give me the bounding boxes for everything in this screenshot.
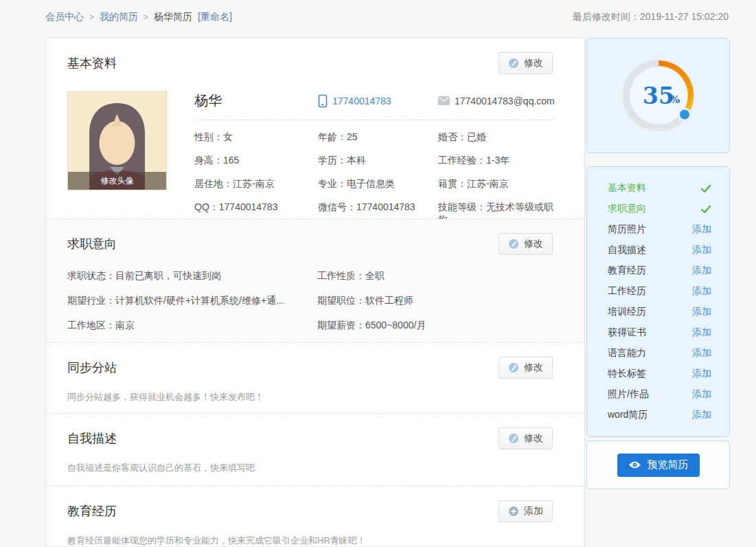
edit-icon bbox=[508, 362, 519, 373]
checklist-item-certificates: 获得证书 添加 bbox=[608, 322, 711, 343]
checklist-label: word简历 bbox=[608, 409, 648, 421]
self-description-hint: 自我描述是你客观认识自己的基石，快来填写吧 bbox=[46, 462, 584, 474]
last-modified-time: 最后修改时间：2019-11-27 15:02:20 bbox=[573, 11, 729, 23]
breadcrumb-current-resume: 杨华简历 bbox=[154, 11, 192, 23]
section-self-description: 自我描述 修改 自我描述是你客观认识自己的基石，快来填写吧 bbox=[46, 413, 584, 486]
checklist-label: 教育经历 bbox=[608, 265, 646, 277]
job-intent-title: 求职意向 bbox=[67, 236, 117, 252]
preview-button-label: 预览简历 bbox=[648, 458, 689, 471]
field-age: 年龄：25 bbox=[318, 131, 438, 144]
edit-basic-info-button[interactable]: 修改 bbox=[499, 52, 553, 74]
edit-button-label: 修改 bbox=[524, 432, 543, 445]
completeness-panel: 35 % bbox=[586, 38, 730, 153]
checklist-item-training: 培训经历 添加 bbox=[608, 302, 711, 322]
check-icon bbox=[700, 205, 711, 214]
checklist-label: 特长标签 bbox=[608, 368, 646, 380]
field-experience: 工作经验：1-3年 bbox=[438, 155, 555, 167]
edit-self-description-button[interactable]: 修改 bbox=[499, 427, 553, 449]
field-major: 专业：电子信息类 bbox=[318, 178, 438, 190]
breadcrumb-separator: > bbox=[144, 12, 148, 22]
add-specialty-tags-link[interactable]: 添加 bbox=[692, 368, 711, 380]
checklist-item-resume-photo: 简历照片 添加 bbox=[608, 219, 711, 240]
resume-profile-page: 会员中心 > 我的简历 > 杨华简历 [重命名] 最后修改时间：2019-11-… bbox=[0, 0, 756, 547]
add-self-description-link[interactable]: 添加 bbox=[692, 244, 711, 256]
resume-card: 基本资料 修改 bbox=[45, 38, 585, 547]
checklist-item-specialty-tags: 特长标签 添加 bbox=[608, 364, 711, 384]
add-work-experience-link[interactable]: 添加 bbox=[692, 285, 711, 298]
field-residence: 居住地：江苏-南京 bbox=[194, 178, 318, 190]
checklist-label: 语言能力 bbox=[608, 347, 646, 359]
field-expected-industry: 期望行业：计算机软件/硬件+计算机系统/维修+通... bbox=[67, 295, 317, 307]
resume-checklist-panel: 基本资料 求职意向 简历照片 添加 自我描述 添加 教育经历 添加 工作经历 添… bbox=[586, 166, 730, 437]
education-title: 教育经历 bbox=[67, 503, 117, 520]
checklist-item-self-description: 自我描述 添加 bbox=[608, 240, 711, 260]
field-expected-salary: 期望薪资：6500~8000/月 bbox=[317, 320, 563, 332]
basic-info-details: 杨华 17740014783 17740014783@qq.com bbox=[194, 91, 555, 226]
checklist-label: 自我描述 bbox=[608, 244, 646, 256]
edit-button-label: 修改 bbox=[524, 57, 543, 69]
checklist-item-languages: 语言能力 添加 bbox=[608, 343, 711, 364]
field-hometown: 籍贯：江苏-南京 bbox=[438, 178, 555, 190]
checklist-label: 工作经历 bbox=[608, 285, 646, 298]
field-expected-position: 期望职位：软件工程师 bbox=[317, 295, 563, 307]
preview-panel: 预览简历 bbox=[586, 440, 730, 489]
mail-icon bbox=[438, 96, 450, 105]
topbar: 会员中心 > 我的简历 > 杨华简历 [重命名] 最后修改时间：2019-11-… bbox=[45, 11, 729, 23]
field-job-type: 工作性质：全职 bbox=[317, 270, 563, 282]
add-resume-photo-link[interactable]: 添加 bbox=[692, 223, 711, 236]
job-intent-fields: 求职状态：目前已离职，可快速到岗 工作性质：全职 期望行业：计算机软件/硬件+计… bbox=[46, 255, 584, 332]
phone-icon bbox=[318, 94, 328, 108]
sync-sites-hint: 同步分站越多，获得就业机会越多！快来发布吧！ bbox=[46, 391, 584, 403]
section-job-intent: 求职意向 修改 求职状态：目前已离职，可快速到岗 工作性质：全职 期望行业：计算… bbox=[46, 219, 584, 342]
education-hint: 教育经历最能体现您的学历和专业能力，快来完成它吸引企业和HR青睐吧！ bbox=[46, 535, 584, 547]
preview-resume-button[interactable]: 预览简历 bbox=[617, 454, 700, 477]
checklist-label: 照片/作品 bbox=[608, 388, 649, 401]
add-icon bbox=[508, 506, 519, 517]
add-training-link[interactable]: 添加 bbox=[692, 306, 711, 318]
checklist-label: 求职意向 bbox=[608, 203, 646, 215]
self-description-title: 自我描述 bbox=[67, 430, 117, 447]
section-basic-info: 基本资料 修改 bbox=[46, 38, 584, 219]
basic-fields: 性别：女 年龄：25 婚否：已婚 身高：165 学历：本科 工作经验：1-3年 … bbox=[194, 120, 555, 226]
basic-info-title: 基本资料 bbox=[67, 55, 117, 71]
add-education-link[interactable]: 添加 bbox=[692, 265, 711, 277]
rename-link[interactable]: [重命名] bbox=[198, 11, 232, 23]
add-word-resume-link[interactable]: 添加 bbox=[692, 409, 711, 421]
field-height: 身高：165 bbox=[194, 155, 318, 167]
breadcrumb-my-resume[interactable]: 我的简历 bbox=[100, 11, 138, 23]
checklist-label: 基本资料 bbox=[608, 182, 646, 194]
edit-button-label: 修改 bbox=[524, 238, 543, 250]
sync-sites-title: 同步分站 bbox=[67, 359, 117, 376]
field-job-status: 求职状态：目前已离职，可快速到岗 bbox=[67, 270, 317, 282]
add-languages-link[interactable]: 添加 bbox=[692, 347, 711, 359]
eye-icon bbox=[628, 460, 641, 469]
progress-percent-sign: % bbox=[670, 93, 680, 106]
breadcrumb-separator: > bbox=[89, 12, 94, 22]
breadcrumb: 会员中心 > 我的简历 > 杨华简历 [重命名] bbox=[45, 11, 232, 23]
add-education-button[interactable]: 添加 bbox=[499, 500, 553, 522]
avatar[interactable]: 修改头像 bbox=[67, 91, 167, 190]
checklist-item-photos-works: 照片/作品 添加 bbox=[608, 384, 711, 405]
breadcrumb-member-center[interactable]: 会员中心 bbox=[45, 11, 84, 23]
edit-sync-sites-button[interactable]: 修改 bbox=[499, 357, 553, 379]
checklist-label: 简历照片 bbox=[608, 223, 646, 236]
edit-icon bbox=[508, 433, 519, 444]
progress-ring: 35 % bbox=[617, 54, 700, 137]
section-education: 教育经历 添加 教育经历最能体现您的学历和专业能力，快来完成它吸引企业和HR青睐… bbox=[46, 486, 584, 547]
field-marital: 婚否：已婚 bbox=[438, 131, 555, 144]
checklist-item-work-experience: 工作经历 添加 bbox=[608, 281, 711, 302]
checklist-item-education: 教育经历 添加 bbox=[608, 260, 711, 281]
checklist-label: 培训经历 bbox=[608, 306, 646, 318]
field-gender: 性别：女 bbox=[194, 131, 318, 144]
check-icon bbox=[700, 184, 711, 193]
add-photos-works-link[interactable]: 添加 bbox=[692, 388, 711, 401]
add-certificates-link[interactable]: 添加 bbox=[692, 326, 711, 339]
phone-contact: 17740014783 bbox=[318, 94, 438, 108]
user-name: 杨华 bbox=[194, 91, 318, 110]
change-avatar-overlay[interactable]: 修改头像 bbox=[68, 172, 166, 190]
field-degree: 学历：本科 bbox=[318, 155, 438, 167]
edit-icon bbox=[508, 58, 519, 69]
email-address: 17740014783@qq.com bbox=[455, 96, 555, 107]
edit-job-intent-button[interactable]: 修改 bbox=[499, 233, 553, 255]
edit-button-label: 修改 bbox=[524, 361, 543, 374]
